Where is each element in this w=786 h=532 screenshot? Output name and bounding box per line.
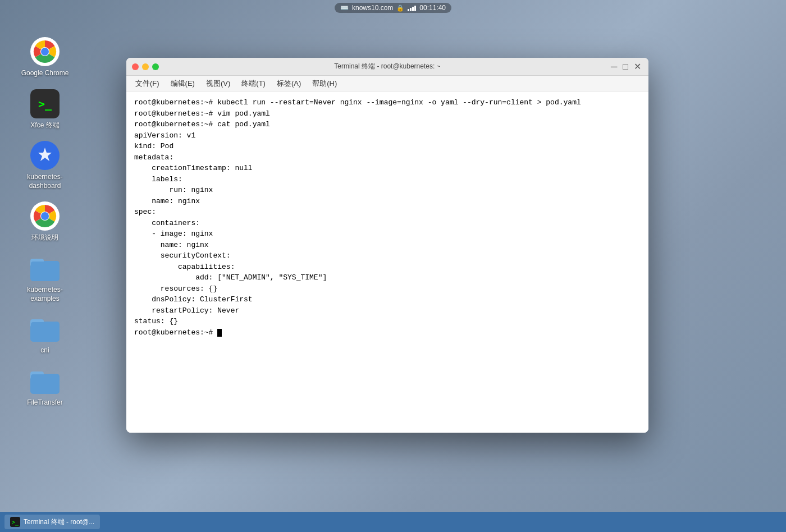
terminal-line: labels: — [134, 174, 641, 185]
menu-file[interactable]: 文件(F) — [131, 77, 164, 90]
terminal-window: Terminal 终端 - root@kubernetes: ~ ─ □ ✕ 文… — [126, 58, 648, 433]
xfce-label: Xfce 终端 — [30, 121, 59, 130]
terminal-line: spec: — [134, 207, 641, 218]
clock: 00:11:40 — [419, 4, 446, 12]
terminal-line: root@kubernetes:~# vim pod.yaml — [134, 108, 641, 120]
terminal-line: root@kubernetes:~# cat pod.yaml — [134, 119, 641, 130]
cni-label: cni — [40, 346, 49, 355]
file-transfer-folder-icon — [30, 366, 60, 396]
desktop-icon-kubernetes-dashboard[interactable]: kubernetes-dashboard — [11, 137, 79, 194]
desktop-icon-k8s-examples[interactable]: kubernetes-examples — [11, 250, 79, 306]
terminal-content[interactable]: root@kubernetes:~# kubectl run --restart… — [126, 91, 648, 433]
terminal-line: name: nginx — [134, 240, 641, 251]
menu-terminal[interactable]: 终端(T) — [237, 77, 270, 90]
terminal-line: root@kubernetes:~# kubectl run --restart… — [134, 97, 641, 108]
taskbar-terminal-label: Terminal 终端 - root@... — [24, 517, 94, 527]
lock-icon: 🔒 — [396, 4, 404, 12]
terminal-icon: >_ — [30, 89, 60, 118]
terminal-line: status: {} — [134, 316, 641, 327]
terminal-line: apiVersion: v1 — [134, 130, 641, 141]
desktop-icon-file-transfer[interactable]: FileTransfer — [11, 363, 79, 411]
taskbar-terminal[interactable]: >_ Terminal 终端 - root@... — [4, 515, 100, 529]
terminal-line: run: nginx — [134, 185, 641, 196]
k8s-examples-label: kubernetes-examples — [15, 286, 75, 303]
url-display: knows10.com — [352, 4, 393, 12]
terminal-line: kind: Pod — [134, 141, 641, 152]
desktop-icon-environment[interactable]: 环境说明 — [11, 198, 79, 246]
svg-rect-12 — [31, 262, 59, 281]
desktop: ⌨️ knows10.com 🔒 00:11:40 — [0, 0, 786, 532]
k8s-dashboard-icon — [30, 141, 60, 170]
terminal-title: Terminal 终端 - root@kubernetes: ~ — [334, 62, 440, 71]
terminal-line: root@kubernetes:~# — [134, 327, 641, 338]
chrome-label: Google Chrome — [21, 69, 69, 78]
desktop-icon-google-chrome[interactable]: Google Chrome — [11, 34, 79, 81]
minimize-button[interactable] — [142, 63, 149, 70]
terminal-line: capabilities: — [134, 262, 641, 273]
desktop-icon-xfce-terminal[interactable]: >_ Xfce 终端 — [11, 86, 79, 134]
terminal-line: restartPolicy: Never — [134, 305, 641, 317]
svg-rect-18 — [31, 374, 59, 393]
close-button[interactable] — [132, 63, 139, 70]
terminal-line: containers: — [134, 218, 641, 229]
keyboard-icon: ⌨️ — [340, 4, 349, 12]
chrome-icon — [30, 37, 60, 66]
terminal-cursor — [217, 329, 222, 337]
terminal-line: name: nginx — [134, 196, 641, 207]
menu-tabs[interactable]: 标签(A) — [272, 77, 305, 90]
win-close-icon[interactable]: ✕ — [632, 62, 643, 71]
svg-point-9 — [41, 212, 49, 220]
terminal-line: securityContext: — [134, 250, 641, 262]
svg-rect-15 — [31, 322, 59, 341]
terminal-line: metadata: — [134, 152, 641, 163]
terminal-menubar: 文件(F) 编辑(E) 视图(V) 终端(T) 标签(A) 帮助(H) — [126, 76, 648, 91]
maximize-button[interactable] — [152, 63, 159, 70]
environment-icon — [30, 201, 60, 231]
terminal-titlebar: Terminal 终端 - root@kubernetes: ~ ─ □ ✕ — [126, 58, 648, 76]
environment-label: 环境说明 — [31, 233, 58, 242]
taskbar-terminal-icon: >_ — [10, 517, 20, 527]
win-controls: ─ □ ✕ — [609, 62, 643, 71]
desktop-icon-cni[interactable]: cni — [11, 311, 79, 359]
cni-folder-icon — [30, 314, 60, 343]
top-bar-center: ⌨️ knows10.com 🔒 00:11:40 — [335, 3, 451, 13]
menu-edit[interactable]: 编辑(E) — [166, 77, 199, 90]
win-restore-icon[interactable]: □ — [621, 62, 630, 71]
terminal-line: - image: nginx — [134, 228, 641, 240]
menu-view[interactable]: 视图(V) — [202, 77, 235, 90]
signal-icon — [408, 4, 416, 11]
terminal-line: creationTimestamp: null — [134, 163, 641, 174]
terminal-line: add: ["NET_ADMIN", "SYS_TIME"] — [134, 272, 641, 283]
file-transfer-label: FileTransfer — [27, 398, 63, 407]
sidebar: Google Chrome >_ Xfce 终端 kubernetes-dash… — [0, 22, 90, 410]
top-bar: ⌨️ knows10.com 🔒 00:11:40 — [0, 0, 786, 16]
k8s-examples-folder-icon — [30, 254, 60, 283]
taskbar: >_ Terminal 终端 - root@... — [0, 512, 786, 532]
k8s-dashboard-label: kubernetes-dashboard — [15, 173, 75, 190]
terminal-line: dnsPolicy: ClusterFirst — [134, 294, 641, 305]
terminal-line: resources: {} — [134, 283, 641, 295]
win-minimize-icon[interactable]: ─ — [609, 62, 619, 71]
svg-point-3 — [41, 48, 49, 56]
titlebar-controls — [132, 63, 159, 70]
menu-help[interactable]: 帮助(H) — [308, 77, 341, 90]
